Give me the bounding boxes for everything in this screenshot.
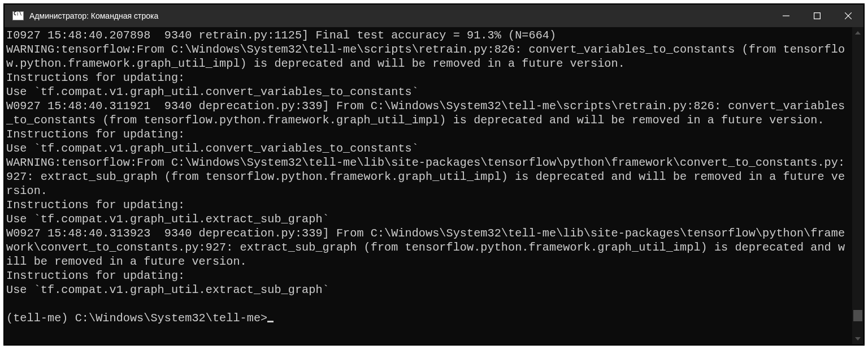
vertical-scrollbar[interactable] — [852, 27, 863, 344]
scrollbar-thumb[interactable] — [853, 310, 862, 321]
maximize-button[interactable] — [801, 5, 832, 27]
minimize-button[interactable] — [770, 5, 801, 27]
svg-rect-1 — [814, 13, 820, 19]
window-frame: Администратор: Командная строка I0927 15… — [3, 3, 865, 346]
window-title: Администратор: Командная строка — [29, 11, 158, 20]
scroll-up-button[interactable] — [852, 27, 863, 38]
title-bar[interactable]: Администратор: Командная строка — [5, 5, 863, 27]
cmd-icon — [12, 11, 24, 20]
client-area: I0927 15:48:40.207898 9340 retrain.py:11… — [5, 27, 863, 344]
console-output[interactable]: I0927 15:48:40.207898 9340 retrain.py:11… — [5, 27, 852, 344]
close-button[interactable] — [832, 5, 863, 27]
console-prompt[interactable]: (tell-me) C:\Windows\System32\tell-me> — [6, 312, 267, 325]
scroll-down-button[interactable] — [852, 333, 863, 344]
console-log-text: I0927 15:48:40.207898 9340 retrain.py:11… — [6, 29, 845, 296]
text-cursor — [267, 321, 274, 322]
